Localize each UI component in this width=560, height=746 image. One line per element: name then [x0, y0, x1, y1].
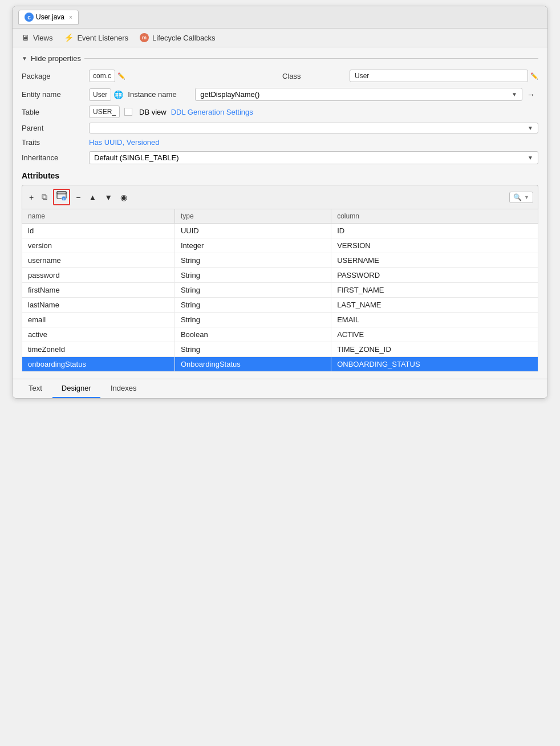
inheritance-arrow: ▼ [527, 155, 533, 161]
package-edit-icon[interactable]: ✏️ [117, 72, 125, 80]
package-input-group: com.c ✏️ [89, 70, 278, 82]
title-bar: c User.java × [13, 6, 547, 29]
bottom-tabs: Text Designer Indexes [13, 379, 547, 398]
cell-column: EMAIL [331, 313, 538, 327]
event-listeners-button[interactable]: ⚡ Event Listeners [64, 33, 128, 42]
table-row[interactable]: usernameStringUSERNAME [22, 253, 538, 268]
db-view-checkbox[interactable] [124, 108, 132, 116]
cell-name: lastName [22, 298, 175, 313]
cell-column: VERSION [331, 238, 538, 253]
table-row[interactable]: timeZoneIdStringTIME_ZONE_ID [22, 342, 538, 357]
svg-text:i: i [63, 197, 64, 201]
tab-close-button[interactable]: × [69, 14, 72, 21]
inheritance-label: Inheritance [22, 153, 84, 162]
table-row[interactable]: versionIntegerVERSION [22, 238, 538, 253]
inheritance-row: Inheritance Default (SINGLE_TABLE) ▼ [22, 151, 538, 164]
cell-type: String [175, 283, 331, 298]
traits-value[interactable]: Has UUID, Versioned [89, 138, 160, 147]
views-button[interactable]: 🖥 Views [22, 33, 52, 42]
tab-indexes[interactable]: Indexes [102, 379, 146, 398]
table-label: Table [22, 108, 84, 116]
package-value[interactable]: com.c [89, 70, 115, 82]
table-row[interactable]: onboardingStatusOnboardingStatusONBOARDI… [22, 357, 538, 372]
inheritance-dropdown[interactable]: Default (SINGLE_TABLE) ▼ [89, 151, 538, 164]
lightning-icon: ⚡ [64, 33, 74, 42]
properties-section-header[interactable]: ▼ Hide properties [22, 54, 538, 63]
main-window: c User.java × 🖥 Views ⚡ Event Listeners … [12, 6, 548, 399]
cell-name: firstName [22, 283, 175, 298]
props-grid: Package com.c ✏️ Class User ✏️ [22, 70, 538, 82]
views-label: Views [33, 34, 52, 42]
file-icon: c [25, 13, 34, 22]
attributes-toolbar: + ⧉ i − ▲ ▼ ◉ 🔍 ▼ [22, 185, 538, 209]
entity-name-input-group: User 🌐 [89, 88, 123, 101]
table-row[interactable]: activeBooleanACTIVE [22, 327, 538, 342]
traits-row: Traits Has UUID, Versioned [22, 138, 538, 147]
section-divider [84, 58, 538, 59]
cell-name: timeZoneId [22, 342, 175, 357]
move-up-button[interactable]: ▲ [86, 192, 99, 203]
cell-type: String [175, 253, 331, 268]
cell-type: String [175, 342, 331, 357]
table-row: Table USER_ DB view DDL Generation Setti… [22, 106, 538, 118]
search-dropdown-icon: ▼ [524, 194, 529, 200]
cell-type: String [175, 298, 331, 313]
table-row[interactable]: idUUIDID [22, 224, 538, 238]
ddl-settings-link[interactable]: DDL Generation Settings [171, 108, 253, 116]
content-area: ▼ Hide properties Package com.c ✏️ Class… [13, 47, 547, 379]
attributes-table: name type column idUUIDIDversionIntegerV… [22, 209, 538, 372]
instance-name-nav-arrow[interactable]: → [527, 90, 538, 99]
table-value[interactable]: USER_ [89, 106, 120, 118]
lifecycle-callbacks-label: Lifecycle Callbacks [152, 34, 216, 42]
cell-column: PASSWORD [331, 268, 538, 283]
move-down-button[interactable]: ▼ [102, 192, 115, 203]
svg-rect-1 [57, 192, 66, 194]
parent-arrow: ▼ [527, 125, 533, 131]
search-box[interactable]: 🔍 ▼ [509, 192, 533, 203]
cell-name: onboardingStatus [22, 357, 175, 372]
cell-column: LAST_NAME [331, 298, 538, 313]
cell-type: String [175, 313, 331, 327]
cell-name: email [22, 313, 175, 327]
globe-icon[interactable]: 🌐 [113, 90, 123, 99]
table-row[interactable]: lastNameStringLAST_NAME [22, 298, 538, 313]
lifecycle-icon: m [140, 33, 149, 42]
cell-type: Integer [175, 238, 331, 253]
class-value[interactable]: User [350, 70, 528, 82]
cell-column: TIME_ZONE_ID [331, 342, 538, 357]
cell-type: String [175, 268, 331, 283]
visibility-button[interactable]: ◉ [118, 192, 129, 203]
cell-type: UUID [175, 224, 331, 238]
file-tab[interactable]: c User.java × [18, 10, 79, 25]
tab-designer[interactable]: Designer [52, 379, 100, 398]
table-row[interactable]: passwordStringPASSWORD [22, 268, 538, 283]
instance-name-dropdown[interactable]: getDisplayName() ▼ [195, 88, 522, 101]
entity-instance-row: Entity name User 🌐 Instance name getDisp… [22, 88, 538, 101]
new-entity-button[interactable]: i [53, 189, 70, 205]
cell-name: version [22, 238, 175, 253]
cell-type: OnboardingStatus [175, 357, 331, 372]
table-row[interactable]: firstNameStringFIRST_NAME [22, 283, 538, 298]
instance-name-value: getDisplayName() [200, 90, 259, 99]
entity-name-value[interactable]: User [89, 88, 111, 101]
col-column-header: column [331, 209, 538, 224]
cell-column: ONBOARDING_STATUS [331, 357, 538, 372]
table-row[interactable]: emailStringEMAIL [22, 313, 538, 327]
class-edit-icon[interactable]: ✏️ [530, 72, 538, 80]
col-name-header: name [22, 209, 175, 224]
tab-text[interactable]: Text [19, 379, 51, 398]
class-label: Class [282, 72, 345, 80]
parent-dropdown[interactable]: ▼ [89, 123, 538, 133]
event-listeners-label: Event Listeners [77, 34, 128, 42]
inheritance-value: Default (SINGLE_TABLE) [94, 153, 179, 162]
cell-column: ACTIVE [331, 327, 538, 342]
traits-label: Traits [22, 138, 84, 147]
cell-type: Boolean [175, 327, 331, 342]
lifecycle-callbacks-button[interactable]: m Lifecycle Callbacks [140, 33, 216, 42]
add-attribute-button[interactable]: + [27, 192, 36, 203]
cell-name: id [22, 224, 175, 238]
cell-column: FIRST_NAME [331, 283, 538, 298]
copy-attribute-button[interactable]: ⧉ [39, 191, 50, 203]
new-entity-icon: i [56, 191, 67, 201]
remove-attribute-button[interactable]: − [74, 192, 83, 203]
